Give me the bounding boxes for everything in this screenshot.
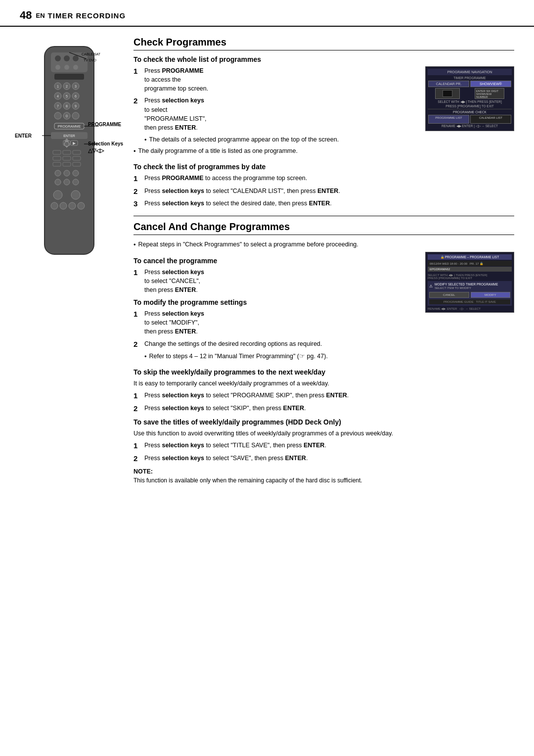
step1-area: 1 Press PROGRAMMEto access theprogramme … [134, 66, 514, 158]
screen-check-section: PROGRAMME CHECK PROGRAMME LIST CALENDAR … [428, 109, 512, 128]
svg-point-4 [73, 55, 79, 61]
date-step-2: 2 Press selection keys to select "CALEND… [134, 187, 514, 196]
svg-rect-46 [63, 156, 71, 160]
confirm-title: MODIFY SELECTED TIMER PROGRAMMESELECT IT… [435, 283, 498, 289]
skip-step-1-text: Press selection keys to select "PROGRAMM… [144, 391, 514, 400]
date-step-number-3: 3 [134, 199, 142, 209]
svg-point-5 [55, 65, 60, 70]
note-box: NOTE: This function is available only wh… [134, 468, 514, 485]
modify-step-number-1: 1 [134, 309, 142, 319]
title-save-step-2-text: Press selection keys to select "SAVE", t… [144, 454, 514, 463]
svg-rect-48 [53, 162, 61, 166]
svg-text:CABLE/SAT: CABLE/SAT [82, 52, 101, 56]
date-step-number-1: 1 [134, 174, 142, 184]
svg-text:7: 7 [57, 104, 59, 108]
step-2: 2 Press selection keysto select"PROGRAMM… [134, 96, 419, 132]
cancel-button[interactable]: CANCEL [429, 292, 469, 298]
screen-title-bar: PROGRAMME NAVIGATION [428, 69, 512, 75]
title-save-step-1: 1 Press selection keys to select "TITLE … [134, 441, 514, 451]
skip-step-2: 2 Press selection keys to select "SKIP",… [134, 404, 514, 414]
skip-step-number-1: 1 [134, 391, 142, 401]
cancel-modify-text-column: To cancel the programme 1 Press selectio… [134, 252, 419, 363]
skip-step-number-2: 2 [134, 404, 142, 414]
bullet-icon-2: • [134, 147, 136, 155]
tv-screen-nav: PROGRAMME NAVIGATION TIMER PROGRAMME CAL… [425, 66, 514, 131]
svg-rect-8 [54, 74, 84, 80]
selection-keys-label: Selection Keys △▽◁▷ [88, 141, 123, 154]
svg-text:2: 2 [66, 85, 68, 88]
svg-point-57 [53, 190, 62, 199]
check-whole-list-subsection: To check the whole list of programmes 1 … [134, 55, 514, 158]
date-step-3-text: Press selection keys to select the desir… [144, 199, 514, 208]
note-text: This function is available only when the… [134, 476, 514, 485]
svg-point-52 [64, 170, 70, 176]
check-whole-list-heading: To check the whole list of programmes [134, 55, 514, 63]
svg-text:4: 4 [57, 94, 59, 98]
screen-btn-row1: CALENDAR PR. SHOWVIEW® [428, 81, 512, 87]
modify-bullet-1: • Refer to steps 4 – 12 in "Manual Timer… [144, 352, 419, 361]
svg-point-53 [73, 170, 79, 176]
programme-label: PROGRAMME [88, 122, 121, 127]
title-save-step-number-1: 1 [134, 441, 142, 451]
bullet-1: • The details of a selected programme ap… [144, 135, 419, 144]
rename-nav-hint: RENAME ◀▶ ENTER ◁▷ → SELECT [428, 307, 512, 310]
modify-bullet-text: Refer to steps 4 – 12 in "Manual Timer P… [149, 352, 328, 361]
svg-rect-45 [53, 156, 61, 160]
section-divider [134, 216, 514, 216]
title-save-step-2: 2 Press selection keys to select "SAVE",… [134, 454, 514, 464]
svg-point-7 [73, 65, 78, 70]
svg-point-58 [71, 190, 80, 199]
svg-text:6: 6 [75, 94, 77, 98]
svg-text:ENTER: ENTER [63, 134, 75, 138]
cancel-screen-display: 🔒 PROGRAMME – PROGRAMME LIST 08/12/04 WE… [425, 252, 514, 313]
bullet-2-text: The daily programme of a title is listed… [138, 146, 298, 155]
modify-step-2-text: Change the settings of the desired recor… [144, 339, 419, 348]
cancel-programme-heading: To cancel the programme [134, 257, 419, 265]
modify-heading: To modify the programme settings [134, 298, 419, 306]
cancel-screen-header: 🔒 PROGRAMME – PROGRAMME LIST [428, 254, 512, 260]
modify-step-number-2: 2 [134, 339, 142, 349]
svg-point-3 [64, 55, 70, 61]
cancel-confirm-box: ⚠ MODIFY SELECTED TIMER PROGRAMMESELECT … [428, 281, 512, 306]
check-nav-hint: RENAME ◀▶ ENTER | ◁▷ → SELECT [428, 124, 512, 128]
svg-point-6 [64, 65, 69, 70]
svg-point-41 [64, 142, 69, 146]
svg-text:▶: ▶ [73, 141, 76, 145]
note-title: NOTE: [134, 468, 514, 475]
date-step-number-2: 2 [134, 187, 142, 196]
modify-button[interactable]: MODIFY [471, 292, 511, 298]
cancel-step-number-1: 1 [134, 268, 142, 278]
calendar-list-btn: CALENDAR LIST [470, 115, 511, 124]
step-number-1: 1 [134, 66, 142, 76]
programme-list-btn: PROGRAMME LIST [428, 115, 469, 124]
date-step-3: 3 Press selection keys to select the des… [134, 199, 514, 209]
check-btn-row: PROGRAMME LIST CALENDAR LIST [428, 115, 512, 124]
svg-text:3: 3 [75, 85, 77, 88]
step-1-text: Press PROGRAMMEto access theprogramme to… [144, 66, 419, 93]
skip-heading: To skip the weekly/daily programmes to t… [134, 368, 514, 376]
cancel-change-intro-bullet: • Repeat steps in "Check Programmes" to … [134, 240, 514, 249]
calendar-pr-btn: CALENDAR PR. [428, 81, 469, 87]
modify-step-1-text: Press selection keysto select "MODIFY",t… [144, 309, 419, 336]
svg-rect-44 [73, 150, 81, 154]
cancel-modify-area: To cancel the programme 1 Press selectio… [134, 252, 514, 363]
page-section-title: TIMER RECORDING [48, 11, 126, 20]
svg-point-60 [60, 202, 67, 209]
check-programmes-section: Check Programmes To check the whole list… [134, 37, 514, 209]
cancel-modify-screen: 🔒 PROGRAMME – PROGRAMME LIST 08/12/04 WE… [425, 252, 514, 363]
step-number-2: 2 [134, 96, 142, 106]
check-by-date-subsection: To check the list of programmes by date … [134, 163, 514, 209]
cancel-change-title: Cancel And Change Programmes [134, 221, 514, 235]
svg-point-54 [55, 179, 61, 185]
step1-text-column: 1 Press PROGRAMMEto access theprogramme … [134, 66, 419, 158]
svg-point-51 [55, 170, 61, 176]
right-column: Check Programmes To check the whole list… [134, 37, 514, 485]
svg-rect-49 [63, 162, 71, 166]
cancel-step-1: 1 Press selection keysto select "CANCEL"… [134, 268, 419, 294]
bullet-icon-1: • [144, 136, 147, 143]
page-en-label: EN [36, 12, 44, 19]
skip-intro: It is easy to temporarily cancel weekly/… [134, 379, 514, 388]
skip-step-2-text: Press selection keys to select "SKIP", t… [144, 404, 514, 413]
remote-control-svg: 1 2 3 4 5 6 7 8 9 0 [17, 42, 121, 269]
page-number: 48 [20, 9, 32, 22]
